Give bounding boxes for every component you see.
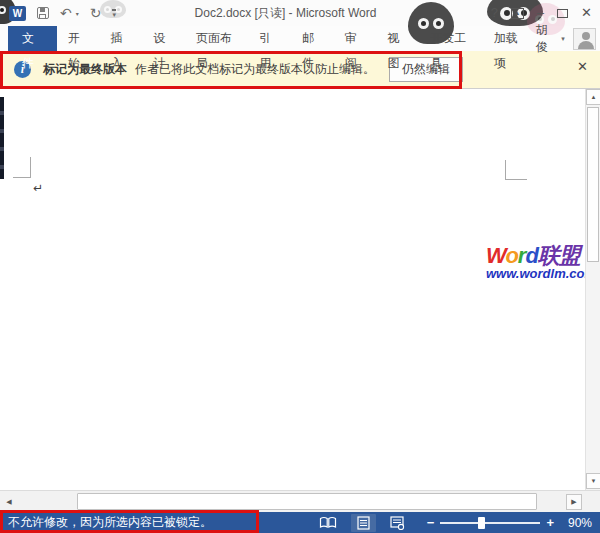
- ribbon-tab-视图[interactable]: 视图: [376, 26, 419, 51]
- account-area: 胡俊 ▾: [536, 26, 600, 51]
- watermark-letter: 联盟: [538, 243, 580, 268]
- quick-access-toolbar: W ↶ ▾ ↻ ▾: [9, 6, 116, 21]
- read-mode-button[interactable]: [313, 514, 343, 531]
- ribbon-tab-邮件[interactable]: 邮件: [291, 26, 334, 51]
- ribbon-tab-开始[interactable]: 开始: [57, 26, 100, 51]
- save-icon[interactable]: [37, 7, 49, 19]
- horizontal-scrollbar[interactable]: ◀ ▶: [0, 490, 600, 512]
- close-icon[interactable]: ✕: [581, 0, 592, 26]
- watermark-url: www.wordlm.com: [486, 267, 596, 281]
- ribbon-tab-插入[interactable]: 插入: [99, 26, 142, 51]
- paragraph-mark: ↵: [33, 181, 43, 195]
- redo-icon[interactable]: ↻: [90, 6, 102, 20]
- ribbon-tab-开发工具[interactable]: 开发工具: [419, 26, 482, 51]
- watermark-brand: Word联盟: [486, 244, 596, 267]
- message-bar: i 标记为最终版本 作者已将此文档标记为最终版本以防止编辑。 仍然编辑 ✕: [0, 51, 600, 89]
- status-bar: 不允许修改，因为所选内容已被锁定。: [0, 512, 600, 533]
- web-layout-button[interactable]: [384, 514, 411, 532]
- avatar[interactable]: [573, 28, 596, 50]
- status-bar-right: − + 90%: [305, 514, 592, 532]
- ribbon-display-options-icon[interactable]: ▴: [511, 8, 524, 19]
- web-layout-icon: [390, 516, 405, 530]
- zoom-in-button[interactable]: +: [546, 515, 554, 530]
- ribbon-tab-文件[interactable]: 文件: [8, 26, 57, 51]
- ribbon-tab-加载项[interactable]: 加载项: [483, 26, 536, 51]
- message-bar-text: 作者已将此文档标记为最终版本以防止编辑。: [135, 61, 375, 78]
- zoom-out-button[interactable]: −: [427, 515, 435, 530]
- ribbon-tab-页面布局[interactable]: 页面布局: [185, 26, 248, 51]
- edge-strip-decoration: [0, 97, 4, 179]
- horizontal-scrollbar-thumb[interactable]: [77, 493, 537, 510]
- word-window: W ↶ ▾ ↻ ▾ Doc2.docx [只读] - Microsoft Wor…: [0, 0, 600, 533]
- account-dropdown-icon[interactable]: ▾: [561, 35, 565, 43]
- status-message: 不允许修改，因为所选内容已被锁定。: [8, 514, 212, 531]
- message-bar-close-icon[interactable]: ✕: [577, 59, 588, 74]
- scroll-down-icon[interactable]: ▼: [586, 473, 600, 489]
- document-canvas[interactable]: ↵ Word联盟 www.wordlm.com ▲ ▼: [0, 89, 600, 490]
- window-title: Doc2.docx [只读] - Microsoft Word: [195, 0, 377, 26]
- title-bar: W ↶ ▾ ↻ ▾ Doc2.docx [只读] - Microsoft Wor…: [0, 0, 600, 26]
- zoom-slider[interactable]: [440, 522, 540, 524]
- ribbon-tab-row: 文件开始插入设计页面布局引用邮件审阅视图开发工具加载项 胡俊 ▾: [0, 26, 600, 51]
- edit-anyway-button[interactable]: 仍然编辑: [389, 57, 463, 82]
- scroll-right-icon[interactable]: ▶: [566, 494, 582, 510]
- watermark-letter: d: [525, 243, 537, 268]
- scroll-up-icon[interactable]: ▲: [586, 89, 600, 105]
- customize-qat-icon[interactable]: ▾: [112, 9, 116, 18]
- print-layout-icon: [357, 516, 370, 530]
- zoom-level[interactable]: 90%: [562, 516, 592, 530]
- margin-cropmark-left: [13, 157, 31, 178]
- scroll-left-icon[interactable]: ◀: [3, 494, 15, 509]
- watermark-letter: o: [505, 243, 517, 268]
- site-watermark: Word联盟 www.wordlm.com: [486, 244, 596, 281]
- ribbon-tab-设计[interactable]: 设计: [142, 26, 185, 51]
- vertical-scrollbar[interactable]: ▲ ▼: [585, 89, 600, 490]
- ribbon-tab-引用[interactable]: 引用: [248, 26, 291, 51]
- read-mode-icon: [319, 516, 337, 529]
- undo-icon[interactable]: ↶: [60, 6, 72, 20]
- watermark-letter: W: [486, 243, 505, 268]
- zoom-slider-thumb[interactable]: [478, 517, 485, 529]
- word-logo-icon[interactable]: W: [9, 6, 26, 21]
- maximize-icon[interactable]: [557, 9, 568, 18]
- help-icon[interactable]: ?: [491, 0, 498, 26]
- ribbon-tab-审阅[interactable]: 审阅: [334, 26, 377, 51]
- ribbon-tabs: 文件开始插入设计页面布局引用邮件审阅视图开发工具加载项: [0, 26, 536, 51]
- undo-dropdown-icon[interactable]: ▾: [76, 10, 79, 17]
- print-layout-button[interactable]: [351, 514, 376, 532]
- vertical-scrollbar-thumb[interactable]: [587, 107, 599, 262]
- account-name[interactable]: 胡俊: [536, 22, 557, 56]
- margin-cropmark-right: [505, 160, 527, 180]
